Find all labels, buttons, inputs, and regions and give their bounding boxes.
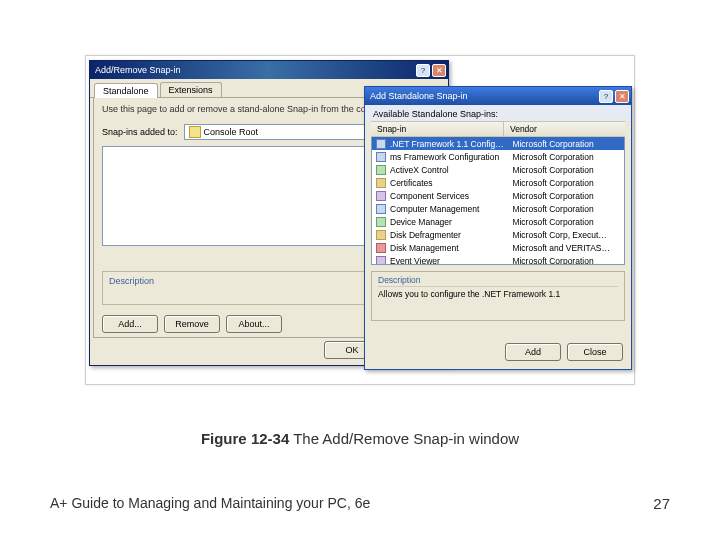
combo-value: Console Root (204, 127, 259, 137)
remove-button[interactable]: Remove (164, 315, 220, 333)
snapin-icon (376, 230, 386, 240)
snapin-vendor: Microsoft and VERITAS… (512, 243, 620, 253)
snapin-icon (376, 191, 386, 201)
list-item[interactable]: Disk DefragmenterMicrosoft Corp, Execut… (372, 228, 624, 241)
snapin-icon (376, 256, 386, 266)
add-standalone-snapin-dialog: Add Standalone Snap-in ? ✕ Available Sta… (364, 86, 632, 370)
avail-close-button[interactable]: ✕ (615, 90, 629, 103)
list-item[interactable]: CertificatesMicrosoft Corporation (372, 176, 624, 189)
snapin-icon (376, 178, 386, 188)
snapin-name: Disk Management (390, 243, 508, 253)
main-title: Add/Remove Snap-in (95, 65, 414, 75)
snapin-vendor: Microsoft Corporation (512, 217, 620, 227)
snapin-vendor: Microsoft Corporation (512, 152, 620, 162)
tab-extensions[interactable]: Extensions (160, 82, 222, 97)
screenshot-canvas: Add/Remove Snap-in ? ✕ Standalone Extens… (85, 55, 635, 385)
available-snapins-list[interactable]: .NET Framework 1.1 ConfigurationMicrosof… (371, 137, 625, 265)
snapin-icon (376, 204, 386, 214)
figure-caption: Figure 12-34 The Add/Remove Snap-in wind… (0, 430, 720, 447)
list-item[interactable]: Component ServicesMicrosoft Corporation (372, 189, 624, 202)
snapin-vendor: Microsoft Corp, Execut… (512, 230, 620, 240)
page-footer-text: A+ Guide to Managing and Maintaining you… (50, 495, 370, 511)
figure-label: Figure 12-34 (201, 430, 289, 447)
snapin-icon (376, 217, 386, 227)
avail-description-box: Description Allows you to configure the … (371, 271, 625, 321)
snapin-vendor: Microsoft Corporation (512, 256, 620, 266)
list-item[interactable]: .NET Framework 1.1 ConfigurationMicrosof… (372, 137, 624, 150)
close-button[interactable]: ✕ (432, 64, 446, 77)
main-titlebar[interactable]: Add/Remove Snap-in ? ✕ (90, 61, 448, 79)
avail-description-label: Description (378, 275, 618, 287)
col-snapin[interactable]: Snap-in (371, 122, 504, 136)
snapin-name: Device Manager (390, 217, 508, 227)
available-label: Available Standalone Snap-ins: (365, 105, 631, 121)
tab-standalone[interactable]: Standalone (94, 83, 158, 98)
figure-caption-text: The Add/Remove Snap-in window (293, 430, 519, 447)
snapins-added-label: Snap-ins added to: (102, 127, 178, 137)
snapin-name: Component Services (390, 191, 508, 201)
col-vendor[interactable]: Vendor (504, 122, 625, 136)
list-item[interactable]: Event ViewerMicrosoft Corporation (372, 254, 624, 265)
list-item[interactable]: Disk ManagementMicrosoft and VERITAS… (372, 241, 624, 254)
add-button[interactable]: Add... (102, 315, 158, 333)
list-item[interactable]: ms Framework ConfigurationMicrosoft Corp… (372, 150, 624, 163)
snapin-vendor: Microsoft Corporation (512, 204, 620, 214)
about-button[interactable]: About... (226, 315, 282, 333)
snapin-icon (376, 139, 386, 149)
snapin-name: ActiveX Control (390, 165, 508, 175)
snapin-name: Certificates (390, 178, 508, 188)
snapin-name: ms Framework Configuration (390, 152, 508, 162)
folder-icon (189, 126, 201, 138)
avail-title: Add Standalone Snap-in (370, 91, 597, 101)
avail-close-btn[interactable]: Close (567, 343, 623, 361)
list-item[interactable]: Computer ManagementMicrosoft Corporation (372, 202, 624, 215)
list-header: Snap-in Vendor (371, 121, 625, 137)
list-item[interactable]: Device ManagerMicrosoft Corporation (372, 215, 624, 228)
page-number: 27 (653, 495, 670, 512)
list-item[interactable]: ActiveX ControlMicrosoft Corporation (372, 163, 624, 176)
avail-help-button[interactable]: ? (599, 90, 613, 103)
avail-description-text: Allows you to configure the .NET Framewo… (378, 289, 618, 299)
help-button[interactable]: ? (416, 64, 430, 77)
snapin-vendor: Microsoft Corporation (512, 191, 620, 201)
avail-titlebar[interactable]: Add Standalone Snap-in ? ✕ (365, 87, 631, 105)
snapin-name: Computer Management (390, 204, 508, 214)
snapin-vendor: Microsoft Corporation (512, 139, 620, 149)
snapin-icon (376, 152, 386, 162)
snapin-name: .NET Framework 1.1 Configuration (390, 139, 508, 149)
snapin-name: Event Viewer (390, 256, 508, 266)
snapin-vendor: Microsoft Corporation (512, 165, 620, 175)
snapin-vendor: Microsoft Corporation (512, 178, 620, 188)
snapin-name: Disk Defragmenter (390, 230, 508, 240)
avail-footer-buttons: Add Close (505, 343, 623, 361)
description-label: Description (109, 276, 154, 286)
snapin-icon (376, 165, 386, 175)
avail-add-button[interactable]: Add (505, 343, 561, 361)
snapin-icon (376, 243, 386, 253)
